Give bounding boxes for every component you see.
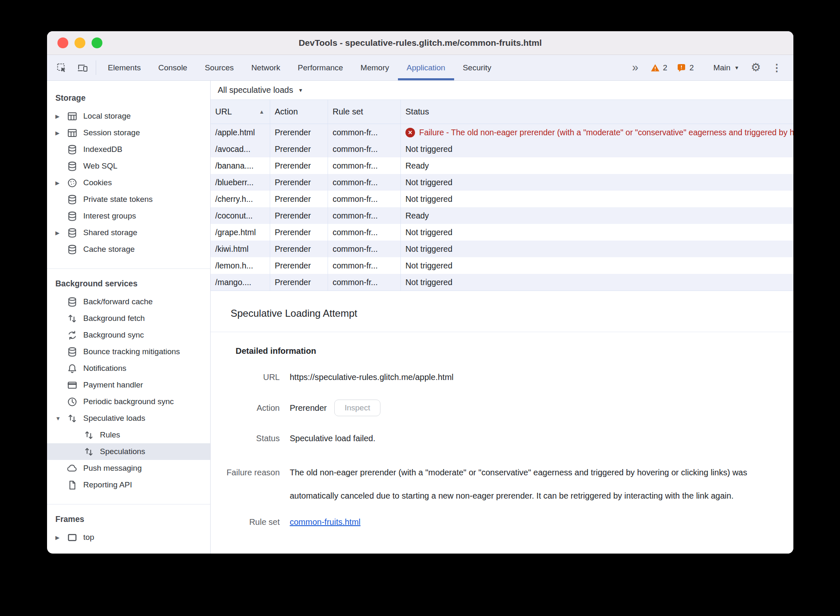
cell-rule-set: common-fr...: [328, 224, 401, 241]
tab-sources[interactable]: Sources: [196, 55, 243, 80]
disclosure-triangle[interactable]: ▼: [55, 415, 67, 422]
sidebar-item-label: Background sync: [83, 330, 144, 340]
main-context-selector[interactable]: Main ▼: [708, 63, 744, 72]
tab-security[interactable]: Security: [454, 55, 500, 80]
sidebar-item-background-sync[interactable]: Background sync: [47, 327, 210, 343]
table-row[interactable]: /cherry.h...Prerendercommon-fr...Not tri…: [211, 191, 793, 207]
status-label: Status: [216, 434, 280, 443]
sync-icon: [67, 330, 78, 341]
panel-tabs: ElementsConsoleSourcesNetworkPerformance…: [99, 55, 500, 80]
tab-application[interactable]: Application: [398, 55, 454, 80]
kebab-menu-button[interactable]: ⋮: [768, 63, 786, 73]
cell-rule-set: common-fr...: [328, 207, 401, 224]
sidebar-item-cookies[interactable]: ▶Cookies: [47, 174, 210, 191]
disclosure-triangle[interactable]: ▶: [55, 113, 67, 119]
cell-url: /mango....: [211, 274, 270, 291]
inspect-element-button[interactable]: [51, 55, 72, 80]
sidebar-item-speculative-loads[interactable]: ▼Speculative loads: [47, 410, 210, 427]
sidebar-item-local-storage[interactable]: ▶Local storage: [47, 108, 210, 124]
cell-rule-set: common-fr...: [328, 257, 401, 274]
more-tabs-button[interactable]: »: [626, 62, 644, 73]
cell-rule-set: common-fr...: [328, 274, 401, 291]
sidebar-item-session-storage[interactable]: ▶Session storage: [47, 124, 210, 141]
section-title-frames: Frames: [47, 508, 210, 529]
sidebar-section-frames: Frames▶top: [47, 504, 210, 554]
column-header-status[interactable]: Status: [401, 100, 793, 124]
arrows-updown-icon: [83, 446, 94, 457]
zoom-window-button[interactable]: [92, 37, 102, 48]
table-row[interactable]: /banana....Prerendercommon-fr...Ready: [211, 157, 793, 174]
column-header-action[interactable]: Action: [270, 100, 328, 124]
application-sidebar: Storage▶Local storage▶Session storageInd…: [47, 81, 211, 554]
inspect-prerender-button[interactable]: Inspect: [334, 400, 380, 416]
sidebar-item-push-messaging[interactable]: Push messaging: [47, 460, 210, 477]
sidebar-item-speculations[interactable]: Speculations: [47, 443, 210, 460]
sidebar-item-periodic-background-sync[interactable]: Periodic background sync: [47, 393, 210, 410]
disclosure-triangle[interactable]: ▶: [55, 230, 67, 236]
chevron-down-icon: ▼: [734, 65, 739, 71]
devtools-content: Storage▶Local storage▶Session storageInd…: [47, 81, 793, 554]
device-toolbar-button[interactable]: [72, 55, 93, 80]
table-row[interactable]: /grape.htmlPrerendercommon-fr...Not trig…: [211, 224, 793, 241]
rule-set-label: Rule set: [216, 517, 280, 527]
tab-memory[interactable]: Memory: [352, 55, 398, 80]
disclosure-triangle[interactable]: ▶: [55, 534, 67, 541]
tab-console[interactable]: Console: [149, 55, 196, 80]
cell-status: Ready: [401, 207, 793, 224]
sidebar-item-web-sql[interactable]: Web SQL: [47, 158, 210, 174]
cell-action: Prerender: [270, 124, 328, 141]
speculations-panel: All speculative loads ▼ URL ▲ Action Rul…: [211, 81, 793, 554]
sidebar-item-bounce-tracking-mitigations[interactable]: Bounce tracking mitigations: [47, 343, 210, 360]
devtools-toolbar: ElementsConsoleSourcesNetworkPerformance…: [47, 55, 793, 81]
database-icon: [67, 244, 78, 255]
database-icon: [67, 227, 78, 238]
table-row[interactable]: /mango....Prerendercommon-fr...Not trigg…: [211, 274, 793, 291]
sidebar-section-background-services: Background servicesBack/forward cacheBac…: [47, 269, 210, 504]
issues-indicator[interactable]: 2: [673, 63, 697, 73]
sidebar-item-background-fetch[interactable]: Background fetch: [47, 310, 210, 327]
sidebar-item-label: Notifications: [83, 364, 127, 373]
database-icon: [67, 144, 78, 155]
disclosure-triangle[interactable]: ▶: [55, 130, 67, 136]
column-header-url[interactable]: URL ▲: [211, 100, 270, 124]
sidebar-item-top[interactable]: ▶top: [47, 529, 210, 546]
tab-network[interactable]: Network: [243, 55, 289, 80]
sidebar-item-back-forward-cache[interactable]: Back/forward cache: [47, 293, 210, 310]
cloud-icon: [67, 463, 78, 474]
arrows-updown-icon: [67, 313, 78, 324]
tab-elements[interactable]: Elements: [99, 55, 149, 80]
details-title: Speculative Loading Attempt: [211, 291, 793, 332]
sidebar-item-cache-storage[interactable]: Cache storage: [47, 241, 210, 258]
disclosure-triangle[interactable]: ▶: [55, 180, 67, 186]
close-window-button[interactable]: [57, 37, 68, 48]
minimize-window-button[interactable]: [75, 37, 85, 48]
table-row[interactable]: /apple.htmlPrerendercommon-fr...✕Failure…: [211, 124, 793, 141]
cell-url: /lemon.h...: [211, 257, 270, 274]
sidebar-item-rules[interactable]: Rules: [47, 427, 210, 443]
sidebar-item-payment-handler[interactable]: Payment handler: [47, 377, 210, 393]
sidebar-item-shared-storage[interactable]: ▶Shared storage: [47, 224, 210, 241]
table-row[interactable]: /avocad...Prerendercommon-fr...Not trigg…: [211, 141, 793, 157]
sidebar-item-indexeddb[interactable]: IndexedDB: [47, 141, 210, 158]
settings-button[interactable]: ⚙: [747, 62, 765, 73]
database-icon: [67, 346, 78, 358]
sidebar-item-interest-groups[interactable]: Interest groups: [47, 208, 210, 224]
sidebar-item-label: Web SQL: [83, 161, 117, 171]
table-row[interactable]: /kiwi.htmlPrerendercommon-fr...Not trigg…: [211, 241, 793, 257]
sidebar-item-reporting-api[interactable]: Reporting API: [47, 477, 210, 493]
tab-performance[interactable]: Performance: [289, 55, 352, 80]
sidebar-item-label: Speculations: [100, 447, 145, 456]
rule-set-link[interactable]: common-fruits.html: [290, 517, 360, 527]
table-row[interactable]: /blueberr...Prerendercommon-fr...Not tri…: [211, 174, 793, 191]
cell-rule-set: common-fr...: [328, 157, 401, 174]
table-row[interactable]: /coconut...Prerendercommon-fr...Ready: [211, 207, 793, 224]
inspect-icon: [56, 62, 67, 74]
sidebar-item-private-state-tokens[interactable]: Private state tokens: [47, 191, 210, 208]
console-warnings-indicator[interactable]: 2: [647, 63, 671, 73]
sidebar-item-label: Reporting API: [83, 480, 132, 489]
sidebar-item-notifications[interactable]: Notifications: [47, 360, 210, 377]
cell-action: Prerender: [270, 141, 328, 157]
column-header-rule-set[interactable]: Rule set: [328, 100, 401, 124]
table-row[interactable]: /lemon.h...Prerendercommon-fr...Not trig…: [211, 257, 793, 274]
speculation-filter-dropdown[interactable]: All speculative loads ▼: [211, 81, 793, 100]
